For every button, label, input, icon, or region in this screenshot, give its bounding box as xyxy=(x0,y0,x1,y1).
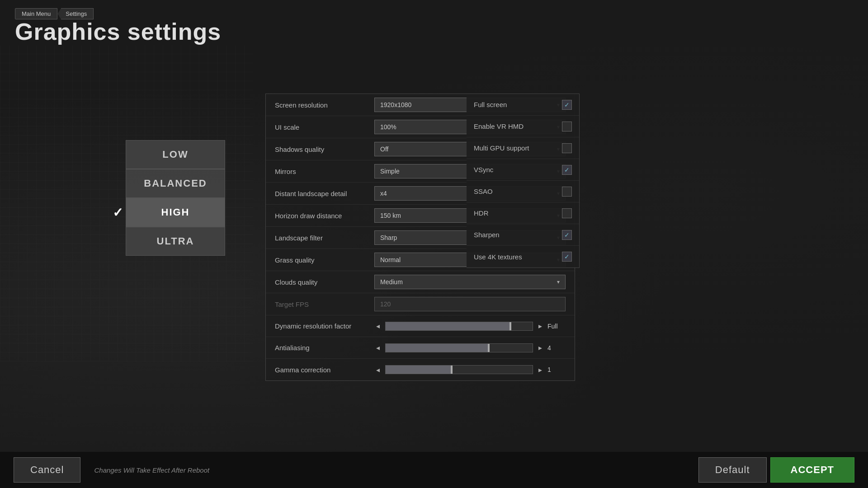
use-4k-textures-label: Use 4K textures xyxy=(474,253,522,261)
setting-target-fps-control: 120 xyxy=(374,297,566,311)
slider-right-arrow[interactable]: ▸ xyxy=(537,321,544,331)
changes-notice: Changes Will Take Effect After Reboot xyxy=(94,466,209,474)
checkbox-use-4k-textures: Use 4K textures ✓ xyxy=(467,246,579,267)
target-fps-input[interactable]: 120 xyxy=(374,297,566,311)
slider-right-arrow[interactable]: ▸ xyxy=(537,343,544,353)
checkbox-sharpen: Sharpen ✓ xyxy=(467,224,579,246)
setting-target-fps: Target FPS 120 xyxy=(266,293,575,315)
preset-ultra-label: ULTRA xyxy=(157,235,194,247)
gamma-correction-thumb xyxy=(451,366,453,374)
checkbox-vsync: VSync ✓ xyxy=(467,159,579,181)
multi-gpu-checkbox[interactable] xyxy=(562,143,572,153)
preset-low[interactable]: LOW xyxy=(126,140,225,169)
setting-antialiasing: Antialiasing ◂ ▸ 4 xyxy=(266,337,575,359)
checkbox-enable-vr-hmd: Enable VR HMD xyxy=(467,116,579,137)
setting-landscape-filter-label: Landscape filter xyxy=(275,234,374,242)
ui-scale-value: 100% xyxy=(380,123,396,131)
setting-ui-scale-label: UI scale xyxy=(275,123,374,131)
slider-left-arrow[interactable]: ◂ xyxy=(374,321,382,331)
accept-button[interactable]: ACCEPT xyxy=(770,457,854,483)
vsync-checkbox[interactable]: ✓ xyxy=(562,165,572,175)
cancel-button[interactable]: Cancel xyxy=(14,457,80,483)
hdr-label: HDR xyxy=(474,209,489,217)
dynamic-resolution-fill xyxy=(386,322,510,330)
antialiasing-fill xyxy=(386,344,489,352)
slider-left-arrow[interactable]: ◂ xyxy=(374,365,382,375)
setting-screen-resolution-label: Screen resolution xyxy=(275,101,374,109)
gamma-correction-track[interactable] xyxy=(385,365,533,374)
setting-dynamic-resolution-control: ◂ ▸ Full xyxy=(374,321,566,331)
setting-grass-quality-label: Grass quality xyxy=(275,256,374,264)
sharpen-checkbox[interactable]: ✓ xyxy=(562,230,572,240)
preset-balanced[interactable]: BALANCED xyxy=(126,169,225,198)
setting-horizon-draw-distance-label: Horizon draw distance xyxy=(275,212,374,220)
full-screen-label: Full screen xyxy=(474,101,507,108)
setting-antialiasing-label: Antialiasing xyxy=(275,344,374,352)
enable-vr-hmd-label: Enable VR HMD xyxy=(474,122,524,130)
setting-clouds-quality-label: Clouds quality xyxy=(275,278,374,286)
dynamic-resolution-value: Full xyxy=(547,323,566,330)
setting-target-fps-label: Target FPS xyxy=(275,300,374,308)
preset-high-label: HIGH xyxy=(161,206,190,218)
setting-gamma-correction-control: ◂ ▸ 1 xyxy=(374,365,566,375)
setting-distant-landscape-label: Distant landscape detail xyxy=(275,190,374,197)
preset-high[interactable]: ✓ HIGH xyxy=(126,198,225,227)
horizon-draw-distance-value: 150 km xyxy=(380,212,401,219)
dynamic-resolution-track[interactable] xyxy=(385,322,533,331)
setting-antialiasing-control: ◂ ▸ 4 xyxy=(374,343,566,353)
checkbox-panel: Full screen ✓ Enable VR HMD Multi GPU su… xyxy=(467,94,580,268)
gamma-correction-value: 1 xyxy=(547,366,566,373)
gamma-correction-fill xyxy=(386,366,452,374)
antialiasing-value: 4 xyxy=(547,344,566,352)
page-title: Graphics settings xyxy=(15,18,221,45)
antialiasing-thumb xyxy=(488,344,490,352)
checkbox-ssao: SSAO xyxy=(467,181,579,202)
antialiasing-slider-control: ◂ ▸ 4 xyxy=(374,343,566,353)
grass-quality-value: Normal xyxy=(380,256,401,263)
setting-clouds-quality: Clouds quality Medium ▾ xyxy=(266,271,575,293)
ssao-label: SSAO xyxy=(474,188,493,195)
setting-gamma-correction-label: Gamma correction xyxy=(275,366,374,374)
ssao-checkbox[interactable] xyxy=(562,187,572,197)
checkbox-full-screen: Full screen ✓ xyxy=(467,94,579,116)
mirrors-value: Simple xyxy=(380,168,400,175)
slider-left-arrow[interactable]: ◂ xyxy=(374,343,382,353)
use-4k-textures-checkbox[interactable]: ✓ xyxy=(562,252,572,262)
clouds-quality-value: Medium xyxy=(380,278,403,286)
bottom-bar: Cancel Changes Will Take Effect After Re… xyxy=(0,452,868,488)
setting-clouds-quality-control: Medium ▾ xyxy=(374,275,566,289)
setting-dynamic-resolution-label: Dynamic resolution factor xyxy=(275,322,374,330)
default-button[interactable]: Default xyxy=(698,457,767,483)
full-screen-checkbox[interactable]: ✓ xyxy=(562,100,572,110)
preset-selected-checkmark: ✓ xyxy=(113,205,124,220)
preset-low-label: LOW xyxy=(162,149,188,160)
clouds-quality-dropdown[interactable]: Medium ▾ xyxy=(374,275,566,289)
shadows-quality-value: Off xyxy=(380,145,388,153)
setting-gamma-correction: Gamma correction ◂ ▸ 1 xyxy=(266,359,575,380)
preset-ultra[interactable]: ULTRA xyxy=(126,227,225,256)
preset-balanced-label: BALANCED xyxy=(144,178,207,189)
landscape-filter-value: Sharp xyxy=(380,234,397,241)
bottom-right-buttons: Default ACCEPT xyxy=(698,457,854,483)
distant-landscape-value: x4 xyxy=(380,190,387,197)
chevron-down-icon: ▾ xyxy=(557,279,560,285)
gamma-correction-slider-control: ◂ ▸ 1 xyxy=(374,365,566,375)
checkbox-hdr: HDR xyxy=(467,202,579,224)
setting-shadows-quality-label: Shadows quality xyxy=(275,145,374,153)
checkbox-multi-gpu: Multi GPU support xyxy=(467,137,579,159)
enable-vr-hmd-checkbox[interactable] xyxy=(562,122,572,131)
dynamic-resolution-slider-control: ◂ ▸ Full xyxy=(374,321,566,331)
hdr-checkbox[interactable] xyxy=(562,208,572,218)
setting-dynamic-resolution: Dynamic resolution factor ◂ ▸ Full xyxy=(266,315,575,337)
vsync-label: VSync xyxy=(474,166,493,174)
antialiasing-track[interactable] xyxy=(385,343,533,352)
dynamic-resolution-thumb xyxy=(509,322,511,330)
slider-right-arrow[interactable]: ▸ xyxy=(537,365,544,375)
setting-mirrors-label: Mirrors xyxy=(275,168,374,175)
preset-panel: LOW BALANCED ✓ HIGH ULTRA xyxy=(126,140,225,256)
screen-resolution-value: 868x488 xyxy=(380,101,411,108)
multi-gpu-label: Multi GPU support xyxy=(474,144,529,152)
sharpen-label: Sharpen xyxy=(474,231,500,239)
